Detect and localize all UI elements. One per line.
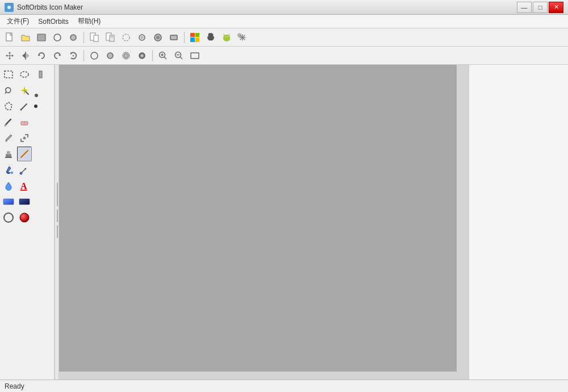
main-area: A: [0, 65, 568, 380]
zoom-in-btn[interactable]: [156, 48, 170, 63]
canvas[interactable]: [59, 65, 457, 372]
clone-tool[interactable]: [17, 131, 32, 145]
rect-fill-dark[interactable]: [17, 194, 32, 209]
water-drop-tool[interactable]: [1, 178, 16, 193]
svg-point-76: [4, 213, 13, 222]
menu-bar: 文件(F) SoftOrbits 帮助(H): [0, 15, 568, 28]
circ-t3-btn[interactable]: [119, 48, 133, 63]
apple-button[interactable]: [203, 30, 218, 45]
doc-button-1[interactable]: [87, 30, 102, 45]
panel-separator: [55, 65, 59, 380]
svg-line-68: [21, 151, 28, 157]
paint-bucket-tool[interactable]: [1, 162, 16, 177]
svg-rect-49: [39, 71, 42, 78]
settings-button[interactable]: [235, 30, 250, 45]
svg-rect-46: [191, 53, 199, 59]
background-color[interactable]: [17, 210, 32, 225]
circ-t2-btn[interactable]: [103, 48, 118, 63]
toolbar2: [0, 47, 568, 65]
tool-row-2: [1, 83, 53, 98]
foreground-color[interactable]: [1, 210, 16, 225]
eraser-tool[interactable]: [17, 115, 32, 130]
android-button[interactable]: [219, 30, 234, 45]
doc-button-2[interactable]: [103, 30, 118, 45]
maximize-button[interactable]: □: [533, 2, 548, 13]
svg-marker-30: [59, 54, 60, 56]
shape-button[interactable]: [34, 30, 49, 45]
svg-marker-28: [26, 53, 29, 59]
toolbar-separator-1: [83, 32, 84, 43]
lasso-tool[interactable]: [1, 83, 16, 98]
circ-t1-btn[interactable]: [87, 48, 102, 63]
menu-softorbits[interactable]: SoftOrbits: [34, 16, 73, 27]
oval-select-tool[interactable]: [17, 67, 32, 82]
freeform-select-tool[interactable]: [33, 67, 48, 82]
tool-panel: A: [0, 65, 55, 380]
svg-point-4: [54, 34, 61, 41]
rotate-right-btn[interactable]: [50, 48, 65, 63]
flip-h-btn[interactable]: [18, 48, 33, 63]
app-icon: [5, 3, 14, 12]
new-button[interactable]: [2, 30, 17, 45]
tool-row-10: [1, 210, 53, 225]
open-button[interactable]: [18, 30, 33, 45]
svg-rect-66: [7, 151, 10, 155]
canvas-area[interactable]: [59, 65, 469, 380]
pencil-tool[interactable]: [17, 99, 32, 114]
svg-rect-9: [110, 35, 114, 41]
poly-lasso-tool[interactable]: [1, 99, 16, 114]
status-bar: Ready: [0, 380, 568, 392]
windows-button[interactable]: [187, 30, 202, 45]
close-button[interactable]: ✕: [549, 2, 563, 13]
stamp-tool[interactable]: [1, 147, 16, 161]
svg-point-59: [34, 105, 37, 108]
menu-help[interactable]: 帮助(H): [73, 15, 106, 28]
svg-point-20: [227, 36, 228, 37]
move-btn[interactable]: [2, 48, 17, 63]
eyedropper-tool[interactable]: [1, 131, 16, 145]
circ-t4-btn[interactable]: [135, 48, 149, 63]
minimize-button[interactable]: —: [517, 2, 532, 13]
circle-button-1[interactable]: [50, 30, 65, 45]
svg-point-69: [11, 172, 13, 174]
svg-rect-75: [19, 199, 30, 205]
dot-tool-1: [33, 83, 39, 98]
menu-file[interactable]: 文件(F): [2, 15, 34, 28]
rect-t1[interactable]: [166, 30, 181, 45]
rotate-left-btn[interactable]: [34, 48, 49, 63]
rotate-free-btn[interactable]: [66, 48, 81, 63]
svg-marker-29: [39, 54, 40, 56]
svg-text:A: A: [20, 181, 27, 191]
title-bar-left: SoftOrbits Icon Maker: [5, 3, 83, 12]
circle-t1[interactable]: [119, 30, 133, 45]
svg-rect-74: [3, 199, 14, 205]
svg-point-55: [35, 94, 38, 97]
brush-tool[interactable]: [1, 115, 16, 130]
svg-rect-16: [170, 35, 177, 40]
svg-point-33: [91, 52, 98, 59]
zoom-out-btn[interactable]: [172, 48, 186, 63]
svg-line-44: [180, 57, 182, 59]
title-controls: — □ ✕: [517, 2, 563, 13]
text-tool[interactable]: A: [17, 178, 32, 193]
svg-point-13: [140, 36, 144, 39]
line-tool[interactable]: [17, 147, 32, 161]
view-rect-btn[interactable]: [187, 48, 202, 63]
svg-rect-47: [5, 71, 12, 78]
tool-row-4: [1, 115, 53, 130]
rect-fill-light[interactable]: [1, 194, 16, 209]
svg-rect-7: [94, 35, 98, 41]
svg-marker-56: [5, 102, 12, 110]
svg-line-57: [21, 104, 27, 110]
circle-button-2[interactable]: [66, 30, 81, 45]
svg-marker-51: [24, 86, 26, 90]
svg-point-1: [7, 6, 11, 9]
arrow-adjust-tool[interactable]: [17, 162, 32, 177]
rect-select-tool[interactable]: [1, 67, 16, 82]
svg-point-38: [141, 55, 143, 57]
circle-t3[interactable]: [151, 30, 165, 45]
svg-point-19: [225, 36, 226, 37]
magic-wand-tool[interactable]: [17, 83, 32, 98]
tb2-sep2: [152, 50, 153, 61]
circle-t2[interactable]: [135, 30, 149, 45]
